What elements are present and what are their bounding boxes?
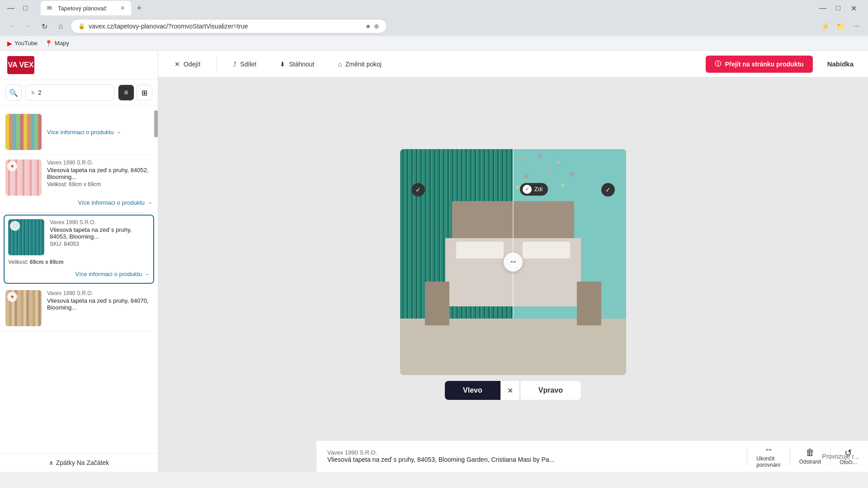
minimize-btn[interactable]: — [5,2,17,14]
provozuje-text: Provozuje r... [822,453,859,460]
end-comparison-icon: ↔ [764,444,773,455]
bookmark-star-icon[interactable]: ★ [365,23,371,30]
bookmark-maps[interactable]: 📍 Mapy [45,40,69,47]
filter-input[interactable]: ≡ 2 [25,84,114,101]
list-item[interactable]: ♡ Vavex 1990 S.R.O. Vliesová tapeta na z… [4,215,154,284]
product-brand-3: Vavex 1990 S.R.O. [47,290,152,296]
room-image-wrapper: ↔ ✓ ✓ Zdi ✓ [400,149,626,375]
address-input[interactable]: 🔒 vavex.cz/tapetovy-planovac/?roomvoStar… [71,19,387,33]
bottom-separator-1 [747,447,747,465]
drag-handle[interactable]: ↔ [504,253,523,272]
restore-window-btn[interactable]: □ [832,2,844,14]
more-info-label-0: Více informaci o produktu [47,129,113,136]
product-link-1[interactable]: Více informaci o produktu → [5,199,152,206]
pillow-right [523,242,570,259]
address-bar: ← → ↻ ⌂ 🔒 vavex.cz/tapetovy-planovac/?ro… [0,16,868,36]
tab-close-btn[interactable]: ✕ [120,5,125,11]
wall-check-center[interactable]: ✓ Zdi [520,183,548,196]
remove-btn[interactable]: 🗑 Odstranit [799,447,821,465]
new-tab-btn[interactable]: + [133,2,146,14]
wall-divider [513,149,514,319]
more-info-1: Více informaci o produktu → [5,197,152,208]
remove-icon: 🗑 [806,447,815,458]
search-btn[interactable]: 🔍 [5,84,22,101]
share-btn[interactable]: ⤴ Sdílet [226,57,264,71]
favorite-btn-1[interactable]: ♥ [7,161,17,171]
bottom-product-name: Vliesová tapeta na zeď s pruhy, 84053, B… [327,456,738,463]
back-to-top-label: Zpátky Na Začátek [56,459,109,466]
product-link-2[interactable]: Více informaci o produktu → [8,271,150,277]
end-comparison-btn[interactable]: ↔ Ukončitporovnání [756,444,780,468]
download-label: Stáhnout [289,61,314,68]
wall-check-right[interactable]: ✓ [601,183,615,197]
exit-label: Odejít [184,61,200,68]
bookmark-youtube[interactable]: ▶ YouTube [7,40,38,47]
product-size-1: Velikost: 69cm x 69cm [47,181,152,188]
extensions-btn[interactable]: ⚡ [819,20,832,33]
product-sku-2: SKU: 84053 [50,241,150,247]
favorite-btn-3[interactable]: ♥ [7,292,17,302]
pillow-left [456,242,504,259]
toolbar: ✕ Odejít ⤴ Sdílet ⬇ Stáhnout ⌂ Změnit po… [158,51,868,78]
room-icon: ⌂ [338,61,341,68]
product-thumb-3: ♥ [5,290,42,326]
list-item[interactable]: Více informaci o produktu → [0,109,158,155]
toolbar-divider-1 [217,57,217,71]
compare-close-btn[interactable]: ✕ [500,380,520,401]
wall-check-left[interactable]: ✓ [411,183,425,197]
more-btn[interactable]: ··· [850,20,863,33]
arrow-icon-0: → [115,129,121,136]
rotate-label: Otočí... [840,459,857,465]
close-icon: ✕ [175,61,180,68]
nabidka-btn[interactable]: Nabídka [822,56,859,71]
home-btn[interactable]: ⌂ [54,20,67,33]
favorites-btn[interactable]: 📁 [835,20,847,33]
product-thumb-1: ♥ [5,160,42,196]
bottom-brand: Vavex 1990 S.R.O. [327,449,738,456]
product-name-1: Vliesová tapeta na zeď s pruhy, 84052, B… [47,167,152,180]
list-view-btn[interactable]: ≡ [118,84,134,101]
sidebar: VA VEX 🔍 ≡ 2 ≡ ⊞ [0,51,158,472]
back-to-top-btn[interactable]: ∧ Zpátky Na Začátek [0,453,158,472]
search-icon: 🔍 [9,89,18,97]
compare-buttons: Vlevo ✕ Vpravo [445,380,581,401]
close-window-btn[interactable]: ✕ [847,2,860,14]
compare-right-btn[interactable]: Vpravo [520,380,581,400]
vavex-logo[interactable]: VA VEX [7,56,34,74]
filter-icon: ≡ [31,89,34,96]
reload-btn[interactable]: ↻ [38,20,51,33]
logo-text: VA VEX [8,61,34,69]
go-to-product-btn[interactable]: ⓘ Přejít na stránku produktu [706,56,812,73]
active-tab[interactable]: ✉ Tapetový plánovač ✕ [41,1,131,15]
change-room-label: Změnit pokoj [345,61,382,68]
list-item[interactable]: ♥ Vavex 1990 S.R.O. Vliesová tapeta na z… [0,155,158,213]
youtube-icon: ▶ [7,40,12,47]
compare-left-btn[interactable]: Vlevo [445,381,500,400]
share-icon: ⤴ [233,61,236,68]
maximize-btn[interactable]: □ [19,2,32,14]
list-item[interactable]: ♥ Vavex 1990 S.R.O. Vliesová tapeta na z… [0,286,158,331]
grid-view-btn[interactable]: ⊞ [136,84,152,101]
lock-icon: 🔒 [78,23,85,29]
room-floor [400,319,626,375]
wall-badge-right: ✓ [601,183,615,197]
product-link-0[interactable]: Více informaci o produktu → [47,129,152,136]
bottom-product-info: Vavex 1990 S.R.O. Vliesová tapeta na zeď… [327,449,738,463]
product-name-3: Vliesová tapeta na zeď s pruhy, 84070, B… [47,297,152,311]
browser-chrome: — □ ✉ Tapetový plánovač ✕ + — □ ✕ ← → ↻ … [0,0,868,51]
back-btn[interactable]: ← [5,20,18,33]
minimize-window-btn[interactable]: — [816,2,829,14]
remove-label: Odstranit [799,459,821,465]
change-room-btn[interactable]: ⌂ Změnit pokoj [330,57,389,71]
product-list: Více informaci o produktu → ♥ Vavex 1990… [0,106,158,453]
product-info-2: Vavex 1990 S.R.O. Vliesová tapeta na zeď… [50,219,150,247]
exit-btn[interactable]: ✕ Odejít [167,57,208,71]
download-btn[interactable]: ⬇ Stáhnout [273,57,321,71]
wall-badge-left: ✓ [411,183,425,197]
forward-btn[interactable]: → [22,20,34,33]
favorite-btn-2[interactable]: ♡ [10,221,20,231]
info-icon: ⓘ [715,60,721,68]
bookmark-maps-label: Mapy [55,40,69,47]
product-row-1: ♥ Vavex 1990 S.R.O. Vliesová tapeta na z… [5,160,152,196]
extension-icon[interactable]: ⊕ [374,23,379,30]
